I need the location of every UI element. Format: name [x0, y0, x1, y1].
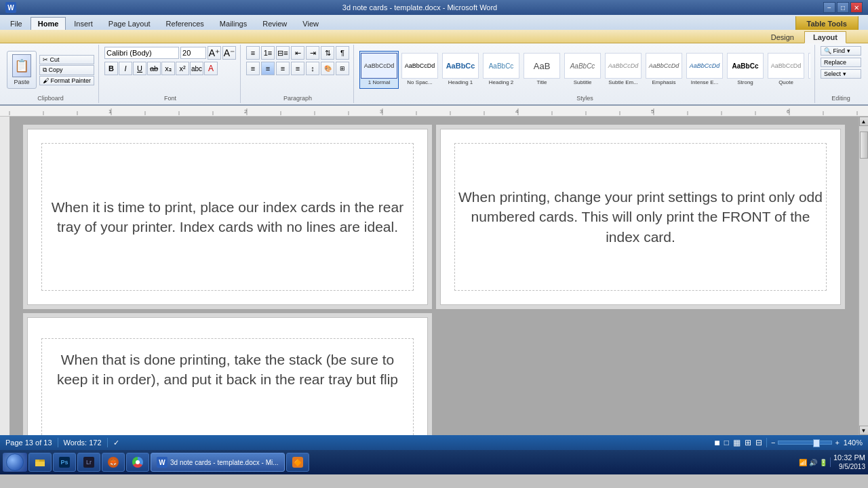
line-spacing-button[interactable]: ↕	[306, 62, 319, 75]
spell-check-icon: ✓	[113, 439, 119, 447]
bullets-button[interactable]: ≡	[246, 46, 260, 60]
style-heading2[interactable]: AaBbCc Heading 2	[481, 51, 521, 89]
svg-rect-35	[35, 460, 39, 462]
justify-button[interactable]: ≡	[291, 62, 304, 75]
status-bar: Page 13 of 13 Words: 172 ✓ ■ □ ▦ ⊞ ⊟ − +…	[0, 435, 868, 450]
zoom-handle[interactable]	[813, 439, 820, 447]
zoom-plus-button[interactable]: +	[835, 439, 839, 447]
style-subtitle[interactable]: AaBbCc Subtitle	[563, 51, 602, 89]
grow-font-button[interactable]: A⁺	[208, 46, 221, 60]
tab-view[interactable]: View	[295, 17, 326, 30]
style-subtle-emphasis[interactable]: AaBbCcDd Subtle Em...	[604, 51, 643, 89]
decrease-indent-button[interactable]: ⇤	[291, 46, 304, 60]
superscript-button[interactable]: x²	[176, 62, 189, 75]
scroll-up-button[interactable]: ▲	[859, 117, 869, 126]
underline-button[interactable]: U	[133, 62, 146, 75]
style-no-spacing[interactable]: AaBbCcDd No Spac...	[400, 51, 439, 89]
view-reading-button[interactable]: □	[724, 438, 729, 447]
paste-button[interactable]: 📋 Paste	[7, 51, 37, 89]
find-button[interactable]: 🔍 Find ▾	[821, 46, 861, 56]
subscript-button[interactable]: x₂	[161, 62, 175, 75]
strikethrough-button[interactable]: ab	[147, 62, 161, 75]
taskbar-explorer[interactable]	[28, 453, 52, 472]
scroll-thumb[interactable]	[860, 131, 868, 159]
ribbon-tabs: File Home Insert Page Layout References …	[0, 15, 795, 30]
window-title: 3d note cards - template.docx - Microsof…	[16, 3, 823, 12]
start-orb	[6, 453, 24, 471]
taskbar-ps[interactable]: Ps	[53, 453, 76, 472]
close-button[interactable]: ✕	[850, 2, 863, 13]
tab-mailings[interactable]: Mailings	[212, 17, 254, 30]
taskbar-firefox[interactable]: 🦊	[102, 453, 125, 472]
scroll-down-button[interactable]: ▼	[859, 426, 869, 435]
align-left-button[interactable]: ≡	[246, 62, 260, 75]
view-normal-button[interactable]: ■	[714, 437, 719, 448]
tab-review[interactable]: Review	[255, 17, 294, 30]
zoom-level: 140%	[844, 439, 863, 447]
format-painter-button[interactable]: 🖌 Format Painter	[39, 76, 94, 85]
ribbon-group-clipboard: 📋 Paste ✂ Cut ⧉ Copy 🖌 Format Painter Cl…	[3, 45, 99, 103]
taskbar-chrome[interactable]	[126, 453, 149, 472]
empty-area	[436, 313, 845, 435]
sort-button[interactable]: ⇅	[321, 46, 334, 60]
tab-layout[interactable]: Layout	[804, 31, 846, 43]
shading-button[interactable]: 🎨	[321, 62, 334, 75]
numbering-button[interactable]: 1≡	[261, 46, 275, 60]
replace-button[interactable]: Replace	[821, 58, 861, 67]
align-right-button[interactable]: ≡	[276, 62, 290, 75]
maximize-button[interactable]: □	[837, 2, 849, 13]
borders-button[interactable]: ⊞	[336, 62, 349, 75]
paste-icon: 📋	[12, 54, 31, 77]
index-card-1[interactable]: When it is time to print, place our inde…	[27, 129, 428, 305]
tab-home[interactable]: Home	[31, 17, 66, 30]
italic-button[interactable]: I	[119, 62, 132, 75]
zoom-slider[interactable]: − +	[771, 439, 840, 447]
style-heading1[interactable]: AaBbCc Heading 1	[441, 51, 480, 89]
bold-button[interactable]: B	[104, 62, 118, 75]
zoom-separator	[766, 438, 767, 447]
taskbar-vlc[interactable]: 🔶	[286, 453, 309, 472]
style-intense-emphasis[interactable]: AaBbCcDd Intense E...	[685, 51, 724, 89]
tab-insert[interactable]: Insert	[66, 17, 100, 30]
style-quote[interactable]: AaBbCcDd Quote	[766, 51, 806, 89]
style-strong[interactable]: AaBbCc Strong	[726, 51, 765, 89]
view-web-button[interactable]: ▦	[733, 438, 741, 447]
scroll-track[interactable]	[859, 126, 869, 426]
start-button[interactable]	[3, 453, 27, 472]
font-size-input[interactable]	[180, 47, 206, 59]
document-scroll-area[interactable]: When it is time to print, place our inde…	[9, 117, 859, 435]
cut-button[interactable]: ✂ Cut	[39, 55, 94, 64]
minimize-button[interactable]: −	[823, 2, 835, 13]
tab-file[interactable]: File	[3, 17, 30, 30]
style-intense-quote[interactable]: AaBbCcDd Intense Q...	[807, 51, 810, 89]
multilevel-list-button[interactable]: ⊟≡	[276, 46, 290, 60]
table-tools-label: Table Tools	[795, 16, 859, 30]
tab-page-layout[interactable]: Page Layout	[101, 17, 158, 30]
index-card-2[interactable]: When printing, change your print setting…	[440, 129, 841, 305]
font-color-button[interactable]: A	[204, 62, 218, 75]
tab-references[interactable]: References	[159, 17, 212, 30]
style-emphasis[interactable]: AaBbCcDd Emphasis	[644, 51, 684, 89]
copy-button[interactable]: ⧉ Copy	[39, 65, 94, 75]
show-formatting-button[interactable]: ¶	[336, 46, 349, 60]
text-highlight-button[interactable]: abc	[190, 62, 203, 75]
select-button[interactable]: Select ▾	[821, 69, 861, 79]
svg-text:3: 3	[380, 108, 383, 115]
card-text-2: When printing, change your print setting…	[455, 187, 826, 247]
view-draft-button[interactable]: ⊟	[755, 438, 762, 447]
style-normal[interactable]: AaBbCcDd 1 Normal	[359, 51, 399, 89]
increase-indent-button[interactable]: ⇥	[306, 46, 319, 60]
index-card-3[interactable]: When that is done printing, take the sta…	[27, 317, 428, 435]
view-outline-button[interactable]: ⊞	[745, 438, 751, 447]
svg-text:2: 2	[244, 108, 248, 115]
taskbar-word[interactable]: W 3d note cards - template.docx - Mi...	[151, 453, 285, 472]
vertical-scrollbar[interactable]: ▲ ▼	[859, 117, 868, 435]
taskbar-lr[interactable]: Lr	[77, 453, 100, 472]
font-name-input[interactable]	[104, 47, 179, 59]
shrink-font-button[interactable]: A⁻	[222, 46, 236, 60]
tab-design[interactable]: Design	[762, 31, 803, 43]
zoom-track[interactable]	[778, 441, 832, 445]
style-title[interactable]: AaB Title	[522, 51, 561, 89]
zoom-minus-button[interactable]: −	[771, 439, 775, 447]
align-center-button[interactable]: ≡	[261, 62, 275, 75]
